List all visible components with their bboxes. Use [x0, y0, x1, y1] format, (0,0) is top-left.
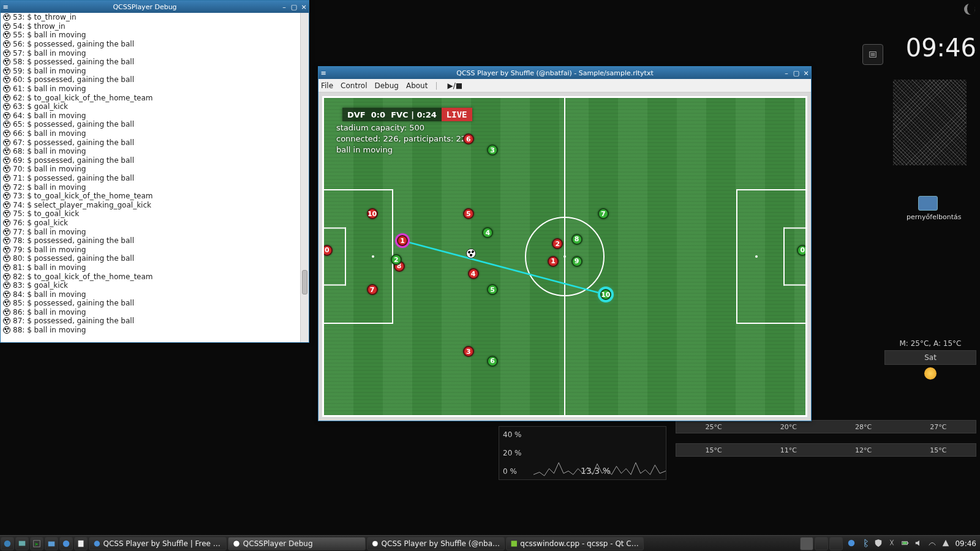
log-row[interactable]: 63: $ goal_kick [1, 102, 309, 111]
notify-icon[interactable] [941, 539, 951, 549]
log-row[interactable]: 87: $ possessed, gaining the ball [1, 317, 309, 326]
player-grn-10[interactable]: 10 [600, 289, 611, 300]
log-row[interactable]: 73: $ to_goal_kick_of_the_home_team [1, 192, 309, 201]
workspace-3[interactable] [829, 537, 843, 550]
minimize-button[interactable]: – [279, 2, 289, 12]
debug-log-list[interactable]: 53: $ to_throw_in54: $ throw_in55: $ bal… [1, 13, 309, 342]
log-row[interactable]: 86: $ ball in moving [1, 308, 309, 317]
browser-icon[interactable] [59, 537, 73, 550]
player-titlebar[interactable]: ≡ QCSS Player by Shuffle (@nbatfai) - Sa… [318, 67, 811, 79]
maximize-button[interactable]: ▢ [791, 68, 801, 78]
workspace-1[interactable] [800, 537, 813, 550]
log-row[interactable]: 54: $ throw_in [1, 22, 309, 31]
player-grn-4[interactable]: 4 [482, 227, 493, 238]
log-row[interactable]: 53: $ to_throw_in [1, 13, 309, 22]
log-row[interactable]: 66: $ ball in moving [1, 129, 309, 138]
log-row[interactable]: 78: $ possessed, gaining the ball [1, 236, 309, 246]
clip-icon[interactable] [888, 539, 897, 549]
player-grn-2[interactable]: 2 [391, 254, 402, 265]
player-red-5[interactable]: 5 [463, 208, 474, 219]
player-window[interactable]: ≡ QCSS Player by Shuffle (@nbatfai) - Sa… [318, 66, 812, 421]
log-row[interactable]: 70: $ ball in moving [1, 165, 309, 174]
menu-about[interactable]: About [406, 81, 428, 90]
menu-file[interactable]: File [321, 81, 333, 90]
log-row[interactable]: 55: $ ball in moving [1, 31, 309, 40]
workspace-2[interactable] [815, 537, 828, 550]
log-row[interactable]: 65: $ possessed, gaining the ball [1, 120, 309, 129]
log-row[interactable]: 68: $ ball in moving [1, 147, 309, 156]
desktop-icon-screenres[interactable]: pernyőfelbontás [907, 196, 949, 221]
log-row[interactable]: 59: $ ball in moving [1, 67, 309, 76]
log-row[interactable]: 57: $ ball in moving [1, 48, 309, 58]
taskbar-app-player[interactable]: QCSS Player by Shuffle (@nbatfai) - [367, 537, 505, 550]
close-button[interactable]: × [299, 2, 309, 12]
bt-icon[interactable] [861, 539, 870, 549]
log-row[interactable]: 62: $ to_goal_kick_of_the_home_team [1, 93, 309, 102]
close-button[interactable]: × [801, 68, 811, 78]
log-row[interactable]: 74: $ select_player_making_goal_kick [1, 200, 309, 209]
volume-icon[interactable] [914, 539, 924, 549]
scrollbar[interactable] [300, 13, 309, 342]
taskbar[interactable]: > QCSS Player by Shuffle | Free Graph QC… [0, 535, 980, 551]
football-field[interactable]: DVF 0:0 FVC | 0:24 LIVE stadium capacity… [322, 96, 807, 417]
log-row[interactable]: 69: $ possessed, gaining the ball [1, 156, 309, 165]
player-grn-9[interactable]: 9 [571, 256, 582, 267]
log-row[interactable]: 88: $ ball in moving [1, 326, 309, 335]
log-row[interactable]: 61: $ ball in moving [1, 84, 309, 94]
player-red-7[interactable]: 7 [367, 284, 378, 295]
player-red-1[interactable]: 1 [548, 256, 559, 267]
log-row[interactable]: 72: $ ball in moving [1, 182, 309, 192]
editor-icon[interactable] [74, 537, 88, 550]
player-red-10[interactable]: 10 [367, 208, 378, 219]
log-row[interactable]: 77: $ ball in moving [1, 227, 309, 236]
battery-icon[interactable] [901, 539, 911, 549]
taskbar-app-debug[interactable]: QCSSPlayer Debug [228, 537, 366, 550]
tray-clock[interactable]: 09:46 [955, 539, 976, 548]
start-button[interactable] [1, 537, 14, 550]
log-row[interactable]: 79: $ ball in moving [1, 245, 309, 254]
player-grn-3[interactable]: 3 [487, 144, 498, 156]
log-row[interactable]: 60: $ possessed, gaining the ball [1, 75, 309, 84]
log-row[interactable]: 85: $ possessed, gaining the ball [1, 299, 309, 308]
log-row[interactable]: 67: $ possessed, gaining the ball [1, 138, 309, 147]
player-red-2[interactable]: 2 [552, 238, 563, 249]
log-row[interactable]: 84: $ ball in moving [1, 290, 309, 299]
player-red-4[interactable]: 4 [468, 268, 479, 279]
terminal-icon[interactable]: > [30, 537, 43, 550]
menu-icon[interactable]: ≡ [1, 3, 10, 11]
debug-window[interactable]: ≡ QCSSPlayer Debug – ▢ × 53: $ to_throw_… [0, 0, 309, 343]
taskbar-app-qtcreator[interactable]: qcsswindow.cpp - qcssp - Qt Creator [506, 537, 644, 550]
player-grn-6[interactable]: 6 [487, 356, 498, 367]
log-row[interactable]: 58: $ possessed, gaining the ball [1, 58, 309, 67]
player-grn-8[interactable]: 8 [571, 234, 582, 245]
log-row[interactable]: 75: $ to_goal_kick [1, 209, 309, 219]
player-red-3[interactable]: 3 [463, 346, 474, 357]
menu-debug[interactable]: Debug [374, 81, 398, 90]
player-grn-5[interactable]: 5 [487, 284, 498, 295]
files-icon[interactable] [45, 537, 58, 550]
player-red-6[interactable]: 6 [463, 133, 474, 144]
log-row[interactable]: 81: $ ball in moving [1, 263, 309, 272]
log-row[interactable]: 83: $ goal_kick [1, 281, 309, 290]
log-row[interactable]: 56: $ possessed, gaining the ball [1, 40, 309, 49]
taskbar-app-browser[interactable]: QCSS Player by Shuffle | Free Graph [89, 537, 227, 550]
player-grn-0[interactable]: 0 [797, 245, 807, 256]
update-icon[interactable] [847, 539, 857, 549]
log-row[interactable]: 71: $ possessed, gaining the ball [1, 174, 309, 183]
minimize-button[interactable]: – [782, 68, 791, 78]
menu-icon[interactable]: ≡ [318, 69, 328, 77]
log-row[interactable]: 80: $ possessed, gaining the ball [1, 254, 309, 263]
log-row[interactable]: 82: $ to_goal_kick_of_the_home_team [1, 272, 309, 281]
play-stop-button[interactable]: ▶/■ [445, 81, 465, 90]
menu-control[interactable]: Control [341, 81, 367, 90]
player-red-1[interactable]: 1 [397, 235, 408, 246]
system-indicator-icon[interactable] [862, 44, 883, 65]
debug-titlebar[interactable]: ≡ QCSSPlayer Debug – ▢ × [1, 1, 309, 13]
shield-icon[interactable] [874, 539, 884, 549]
desktop-icon[interactable] [15, 537, 29, 550]
maximize-button[interactable]: ▢ [289, 2, 299, 12]
network-icon[interactable] [928, 539, 938, 549]
log-row[interactable]: 76: $ goal_kick [1, 219, 309, 228]
power-moon-icon[interactable] [964, 4, 975, 15]
log-row[interactable]: 64: $ ball in moving [1, 111, 309, 121]
